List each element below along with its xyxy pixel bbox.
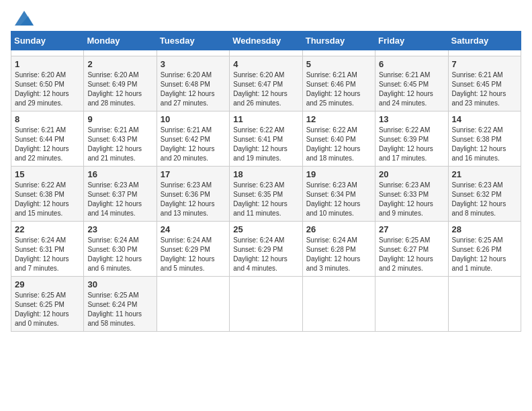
- day-number: 16: [87, 169, 152, 179]
- calendar-cell: 13Sunrise: 6:22 AMSunset: 6:39 PMDayligh…: [375, 111, 448, 167]
- calendar-cell: 11Sunrise: 6:22 AMSunset: 6:41 PMDayligh…: [230, 111, 302, 167]
- day-info: Sunrise: 6:23 AMSunset: 6:33 PMDaylight:…: [379, 181, 444, 218]
- calendar-cell: 3Sunrise: 6:20 AMSunset: 6:48 PMDaylight…: [157, 56, 229, 111]
- calendar-cell: 20Sunrise: 6:23 AMSunset: 6:33 PMDayligh…: [375, 167, 448, 222]
- calendar-cell: 30Sunrise: 6:25 AMSunset: 6:24 PMDayligh…: [84, 277, 157, 332]
- calendar-cell: [375, 50, 448, 56]
- calendar-cell: 17Sunrise: 6:23 AMSunset: 6:36 PMDayligh…: [157, 167, 229, 222]
- day-info: Sunrise: 6:20 AMSunset: 6:48 PMDaylight:…: [161, 71, 226, 108]
- calendar-cell: 27Sunrise: 6:25 AMSunset: 6:27 PMDayligh…: [375, 222, 448, 277]
- day-number: 29: [15, 279, 80, 289]
- day-number: 15: [15, 169, 80, 179]
- logo: [11, 11, 34, 26]
- calendar-cell: [84, 50, 157, 56]
- day-header-monday: Monday: [84, 32, 157, 50]
- calendar-week-row: 1Sunrise: 6:20 AMSunset: 6:50 PMDaylight…: [11, 56, 521, 111]
- calendar-cell: 16Sunrise: 6:23 AMSunset: 6:37 PMDayligh…: [84, 167, 157, 222]
- calendar-cell: 26Sunrise: 6:24 AMSunset: 6:28 PMDayligh…: [302, 222, 375, 277]
- day-number: 21: [452, 169, 517, 179]
- calendar-cell: [230, 50, 302, 56]
- day-info: Sunrise: 6:21 AMSunset: 6:43 PMDaylight:…: [87, 126, 152, 163]
- calendar-cell: 19Sunrise: 6:23 AMSunset: 6:34 PMDayligh…: [302, 167, 375, 222]
- day-number: 12: [306, 114, 371, 124]
- day-info: Sunrise: 6:22 AMSunset: 6:39 PMDaylight:…: [379, 126, 444, 163]
- day-number: 22: [15, 224, 80, 234]
- calendar-cell: 15Sunrise: 6:22 AMSunset: 6:38 PMDayligh…: [11, 167, 84, 222]
- calendar-cell: 1Sunrise: 6:20 AMSunset: 6:50 PMDaylight…: [11, 56, 84, 111]
- day-number: 7: [452, 59, 517, 69]
- day-info: Sunrise: 6:23 AMSunset: 6:37 PMDaylight:…: [87, 181, 152, 218]
- calendar-week-row: 8Sunrise: 6:21 AMSunset: 6:44 PMDaylight…: [11, 111, 521, 167]
- day-info: Sunrise: 6:24 AMSunset: 6:28 PMDaylight:…: [306, 236, 371, 273]
- calendar-cell: [448, 50, 521, 56]
- calendar-cell: 23Sunrise: 6:24 AMSunset: 6:30 PMDayligh…: [84, 222, 157, 277]
- day-info: Sunrise: 6:22 AMSunset: 6:38 PMDaylight:…: [452, 126, 517, 163]
- calendar-cell: 9Sunrise: 6:21 AMSunset: 6:43 PMDaylight…: [84, 111, 157, 167]
- calendar-cell: [157, 277, 229, 332]
- calendar-cell: [375, 277, 448, 332]
- calendar-cell: 5Sunrise: 6:21 AMSunset: 6:46 PMDaylight…: [302, 56, 375, 111]
- calendar-cell: 6Sunrise: 6:21 AMSunset: 6:45 PMDaylight…: [375, 56, 448, 111]
- day-info: Sunrise: 6:21 AMSunset: 6:45 PMDaylight:…: [452, 71, 517, 108]
- day-info: Sunrise: 6:21 AMSunset: 6:45 PMDaylight:…: [379, 71, 444, 108]
- day-info: Sunrise: 6:23 AMSunset: 6:34 PMDaylight:…: [306, 181, 371, 218]
- calendar-cell: [230, 277, 302, 332]
- calendar-week-row: 22Sunrise: 6:24 AMSunset: 6:31 PMDayligh…: [11, 222, 521, 277]
- day-number: 3: [161, 59, 226, 69]
- calendar-cell: 22Sunrise: 6:24 AMSunset: 6:31 PMDayligh…: [11, 222, 84, 277]
- day-number: 13: [379, 114, 444, 124]
- calendar-cell: 25Sunrise: 6:24 AMSunset: 6:29 PMDayligh…: [230, 222, 302, 277]
- day-number: 26: [306, 224, 371, 234]
- calendar-cell: 28Sunrise: 6:25 AMSunset: 6:26 PMDayligh…: [448, 222, 521, 277]
- day-info: Sunrise: 6:24 AMSunset: 6:30 PMDaylight:…: [87, 236, 152, 273]
- calendar-cell: 12Sunrise: 6:22 AMSunset: 6:40 PMDayligh…: [302, 111, 375, 167]
- calendar-week-row: 15Sunrise: 6:22 AMSunset: 6:38 PMDayligh…: [11, 167, 521, 222]
- day-info: Sunrise: 6:20 AMSunset: 6:47 PMDaylight:…: [233, 71, 298, 108]
- day-number: 18: [233, 169, 298, 179]
- calendar-cell: [157, 50, 229, 56]
- day-number: 5: [306, 59, 371, 69]
- calendar-cell: 14Sunrise: 6:22 AMSunset: 6:38 PMDayligh…: [448, 111, 521, 167]
- day-info: Sunrise: 6:21 AMSunset: 6:46 PMDaylight:…: [306, 71, 371, 108]
- day-number: 23: [87, 224, 152, 234]
- calendar-cell: 10Sunrise: 6:21 AMSunset: 6:42 PMDayligh…: [157, 111, 229, 167]
- day-info: Sunrise: 6:24 AMSunset: 6:29 PMDaylight:…: [233, 236, 298, 273]
- calendar-cell: 2Sunrise: 6:20 AMSunset: 6:49 PMDaylight…: [84, 56, 157, 111]
- day-header-thursday: Thursday: [302, 32, 375, 50]
- days-header-row: SundayMondayTuesdayWednesdayThursdayFrid…: [11, 32, 521, 50]
- calendar-cell: 29Sunrise: 6:25 AMSunset: 6:25 PMDayligh…: [11, 277, 84, 332]
- day-number: 24: [161, 224, 226, 234]
- page-header: [11, 11, 521, 26]
- calendar-cell: 24Sunrise: 6:24 AMSunset: 6:29 PMDayligh…: [157, 222, 229, 277]
- calendar-cell: 7Sunrise: 6:21 AMSunset: 6:45 PMDaylight…: [448, 56, 521, 111]
- day-number: 9: [87, 114, 152, 124]
- day-info: Sunrise: 6:21 AMSunset: 6:44 PMDaylight:…: [15, 126, 80, 163]
- day-info: Sunrise: 6:25 AMSunset: 6:24 PMDaylight:…: [87, 291, 152, 328]
- day-number: 19: [306, 169, 371, 179]
- day-header-friday: Friday: [375, 32, 448, 50]
- calendar-cell: 4Sunrise: 6:20 AMSunset: 6:47 PMDaylight…: [230, 56, 302, 111]
- day-header-tuesday: Tuesday: [157, 32, 229, 50]
- calendar-cell: 8Sunrise: 6:21 AMSunset: 6:44 PMDaylight…: [11, 111, 84, 167]
- calendar-week-row: [11, 50, 521, 56]
- day-number: 8: [15, 114, 80, 124]
- day-info: Sunrise: 6:25 AMSunset: 6:25 PMDaylight:…: [15, 291, 80, 328]
- day-header-saturday: Saturday: [448, 32, 521, 50]
- day-number: 14: [452, 114, 517, 124]
- day-info: Sunrise: 6:24 AMSunset: 6:29 PMDaylight:…: [161, 236, 226, 273]
- day-header-sunday: Sunday: [11, 32, 84, 50]
- day-number: 2: [87, 59, 152, 69]
- day-number: 4: [233, 59, 298, 69]
- calendar-week-row: 29Sunrise: 6:25 AMSunset: 6:25 PMDayligh…: [11, 277, 521, 332]
- day-number: 10: [161, 114, 226, 124]
- day-number: 1: [15, 59, 80, 69]
- day-number: 28: [452, 224, 517, 234]
- calendar-cell: [448, 277, 521, 332]
- calendar-cell: [302, 277, 375, 332]
- calendar-cell: 18Sunrise: 6:23 AMSunset: 6:35 PMDayligh…: [230, 167, 302, 222]
- day-number: 27: [379, 224, 444, 234]
- day-info: Sunrise: 6:23 AMSunset: 6:35 PMDaylight:…: [233, 181, 298, 218]
- day-info: Sunrise: 6:24 AMSunset: 6:31 PMDaylight:…: [15, 236, 80, 273]
- logo-icon: [15, 11, 34, 26]
- day-number: 25: [233, 224, 298, 234]
